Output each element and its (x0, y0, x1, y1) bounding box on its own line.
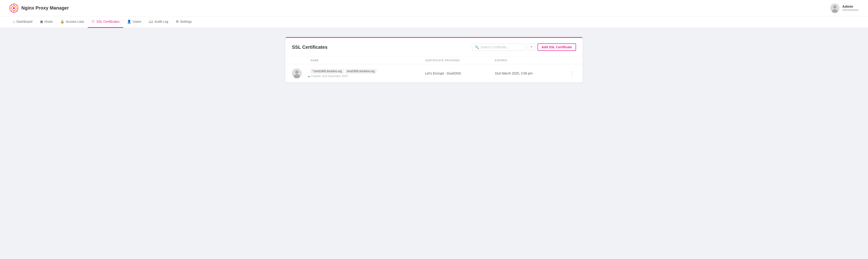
user-role: Administrator (842, 8, 859, 11)
app-logo (9, 3, 19, 13)
card-header: SSL Certificates 🔍 ? Add SSL Certificate (285, 38, 583, 57)
nav-label-hosts: Hosts (44, 20, 53, 24)
cert-tags: *.bmd1905.duckdns.orgbmd1905.duckdns.org (311, 69, 425, 73)
svg-point-2 (13, 7, 15, 9)
cert-created: Created: 31st December 2024 (311, 74, 425, 78)
nav-item-users[interactable]: 👤Users (123, 16, 145, 28)
app-header: Nginx Proxy Manager Admin Administrator (0, 0, 868, 16)
col-actions-header (564, 59, 576, 62)
settings-icon: ⚙ (176, 20, 179, 24)
ssl-certificates-icon: 🛡 (91, 20, 95, 24)
card-header-actions: 🔍 ? Add SSL Certificate (472, 43, 576, 51)
dashboard-icon: ⌂ (13, 20, 15, 24)
nav-label-ssl-certificates: SSL Certificates (96, 20, 120, 24)
access-lists-icon: 🔒 (60, 20, 64, 24)
app-title: Nginx Proxy Manager (21, 5, 69, 11)
cert-tag: bmd1905.duckdns.org (345, 69, 376, 73)
header-brand: Nginx Proxy Manager (9, 3, 69, 13)
status-dot (308, 75, 310, 78)
help-button[interactable]: ? (528, 43, 535, 51)
ssl-certificates-card: SSL Certificates 🔍 ? Add SSL Certificate… (285, 37, 583, 83)
svg-line-8 (16, 10, 17, 11)
header-user-section: Admin Administrator (830, 3, 859, 13)
nav-item-hosts[interactable]: ▣Hosts (36, 16, 57, 28)
cert-tag: *.bmd1905.duckdns.org (311, 69, 344, 73)
users-icon: 👤 (127, 20, 131, 24)
nav-item-ssl-certificates[interactable]: 🛡SSL Certificates (88, 16, 123, 28)
nav-item-access-lists[interactable]: 🔒Access Lists (56, 16, 88, 28)
svg-point-15 (295, 70, 299, 74)
row-more-button[interactable]: ⋮ (568, 70, 576, 77)
nav-label-settings: Settings (180, 20, 192, 24)
card-title: SSL Certificates (292, 44, 328, 50)
search-input[interactable] (480, 45, 522, 49)
col-avatar-header (292, 59, 311, 62)
row-actions: ⋮ (564, 70, 576, 77)
cert-expires: 31st March 2025, 3:56 pm (495, 71, 564, 75)
nav-label-dashboard: Dashboard (17, 20, 32, 24)
cert-name-cell: *.bmd1905.duckdns.orgbmd1905.duckdns.org… (311, 69, 425, 78)
cert-provider: Let's Encrypt - DuckDNS (425, 71, 495, 75)
search-box[interactable]: 🔍 (472, 44, 525, 51)
nav-label-users: Users (133, 20, 141, 24)
audit-log-icon: 📖 (149, 20, 153, 24)
svg-point-12 (833, 5, 836, 8)
nav-label-audit-log: Audit Log (155, 20, 168, 24)
col-expires-header: EXPIRES (495, 59, 564, 62)
hosts-icon: ▣ (40, 20, 43, 24)
col-name-header: NAME (311, 59, 425, 62)
table-row: *.bmd1905.duckdns.orgbmd1905.duckdns.org… (285, 64, 583, 83)
main-nav: ⌂Dashboard▣Hosts🔒Access Lists🛡SSL Certif… (0, 16, 868, 28)
add-ssl-certificate-button[interactable]: Add SSL Certificate (537, 43, 576, 51)
svg-line-7 (11, 5, 12, 6)
cert-avatar (292, 68, 302, 78)
svg-line-10 (11, 10, 12, 11)
nav-item-settings[interactable]: ⚙Settings (172, 16, 196, 28)
nav-item-dashboard[interactable]: ⌂Dashboard (9, 16, 36, 28)
main-content: SSL Certificates 🔍 ? Add SSL Certificate… (0, 28, 868, 92)
search-icon: 🔍 (475, 45, 479, 49)
user-info: Admin Administrator (842, 4, 859, 11)
row-avatar (292, 68, 311, 78)
table-header: NAME CERTIFICATE PROVIDER EXPIRES (285, 57, 583, 64)
svg-line-9 (16, 5, 17, 6)
table-body: *.bmd1905.duckdns.orgbmd1905.duckdns.org… (285, 64, 583, 83)
col-provider-header: CERTIFICATE PROVIDER (425, 59, 495, 62)
user-avatar (830, 3, 839, 13)
nav-item-audit-log[interactable]: 📖Audit Log (145, 16, 172, 28)
nav-label-access-lists: Access Lists (66, 20, 84, 24)
user-name: Admin (842, 4, 859, 8)
